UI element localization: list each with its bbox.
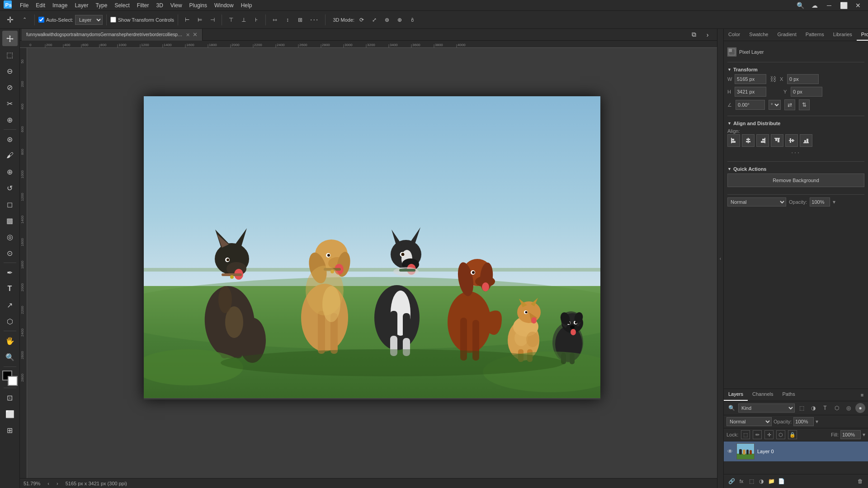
flip-v-btn[interactable]: ⇅ [799,99,810,110]
angle-input[interactable] [736,100,765,110]
canvas-viewport[interactable] [27,48,717,478]
distribute-gap-btn[interactable]: ⊞ [295,14,306,25]
new-group-icon[interactable]: 📁 [766,476,776,486]
lock-all-icon[interactable]: 🔒 [788,430,797,439]
show-transform-checkbox[interactable]: Show Transform Controls [110,17,174,23]
filter-toggle-btn[interactable]: ● [855,403,865,413]
path-select-tool[interactable]: ↗ [2,297,18,313]
blur-tool[interactable]: ◎ [2,229,18,244]
height-input[interactable] [735,87,766,97]
add-mask-icon[interactable]: ⬚ [746,476,756,486]
shape-filter-icon[interactable]: ⬡ [832,403,842,413]
layer-effects-icon[interactable]: fx [736,476,746,486]
layers-tab[interactable]: Layers [724,389,748,401]
adjustment-filter-icon[interactable]: ◑ [808,403,818,413]
channels-tab[interactable]: Channels [748,389,778,401]
remove-background-btn[interactable]: Remove Background [727,174,864,187]
layer-visibility-icon[interactable]: 👁 [726,448,734,455]
menu-edit[interactable]: Edit [32,0,49,11]
lock-artboard-icon[interactable]: ⬡ [776,430,785,439]
menu-file[interactable]: File [16,0,32,11]
collapse-panel-icon[interactable]: › [702,29,713,41]
align-center-v-btn[interactable]: ⊥ [238,14,249,25]
artboard-tool[interactable]: ⊞ [2,422,18,438]
align-left-btn[interactable]: ⊢ [182,14,193,25]
marquee-tool[interactable]: ⬚ [2,47,18,62]
flip-h-btn[interactable]: ⇄ [784,99,795,110]
menu-window[interactable]: Window [211,0,237,11]
zoom-tool[interactable]: 🔍 [2,349,18,365]
tool-options-icon[interactable]: ⌃ [18,14,31,26]
align-center-h-btn[interactable]: ⊨ [194,14,205,25]
opacity-dropdown-icon[interactable]: ▾ [833,199,835,205]
align-header[interactable]: ▼ Align and Distribute [727,119,864,128]
tab-gradient[interactable]: Gradient [773,29,801,41]
width-input[interactable] [735,74,766,84]
arrange-icon[interactable]: ⧉ [688,29,700,41]
panel-collapse-btn[interactable]: ‹ [717,29,723,488]
document-tab[interactable]: funnywalkwithdogsportraitmanydomsGermans… [22,29,203,41]
align-top-edge-btn[interactable] [771,134,783,147]
pixel-filter-icon[interactable]: ⬚ [797,403,807,413]
cloud-icon[interactable]: ☁ [808,0,821,12]
lasso-tool[interactable]: ⊖ [2,63,18,79]
lock-position-icon[interactable]: ✛ [764,430,774,439]
3d-cam-icon[interactable]: ⊕ [394,14,405,25]
align-right-edge-btn[interactable] [756,134,769,147]
eraser-tool[interactable]: ◻ [2,197,18,212]
tab-patterns[interactable]: Patterns [801,29,829,41]
window-maximize-icon[interactable]: ⬜ [837,0,850,12]
x-input[interactable] [787,74,819,84]
crop-tool[interactable]: ✂ [2,96,18,111]
quick-select-tool[interactable]: ⊘ [2,80,18,95]
more-options-btn[interactable]: ··· [307,16,321,24]
blend-mode-select[interactable]: Normal Multiply Screen [727,197,786,206]
text-tool[interactable]: T [2,281,18,296]
tab-libraries[interactable]: Libraries [829,29,857,41]
menu-view[interactable]: View [167,0,186,11]
window-minimize-icon[interactable]: ─ [823,0,835,12]
fill-dropdown-icon[interactable]: ▾ [863,432,865,438]
smart-filter-icon[interactable]: ◎ [844,403,854,413]
gradient-tool[interactable]: ▩ [2,213,18,228]
menu-plugins[interactable]: Plugins [186,0,211,11]
align-center-h-btn[interactable] [742,134,755,147]
kind-filter-select[interactable]: Kind [738,404,795,413]
menu-select[interactable]: Select [111,0,133,11]
lock-pixel-icon[interactable]: ⬚ [741,430,750,439]
pen-tool[interactable]: ✒ [2,265,18,280]
align-left-edge-btn[interactable] [727,134,740,147]
menu-layer[interactable]: Layer [71,0,92,11]
distribute-h-btn[interactable]: ⇿ [269,14,280,25]
nav-prev[interactable]: ‹ [47,481,49,486]
auto-select-checkbox[interactable]: Auto-Select: [38,17,73,23]
healing-tool[interactable]: ⊛ [2,131,18,147]
quick-mask-tool[interactable]: ⊡ [2,390,18,405]
move-tool[interactable] [2,31,18,46]
quick-actions-header[interactable]: ▼ Quick Actions [727,164,864,174]
3d-rotate-icon[interactable]: ⟳ [356,14,367,25]
align-top-btn[interactable]: ⊤ [226,14,236,25]
layers-blend-select[interactable]: Normal [726,417,772,426]
menu-filter[interactable]: Filter [133,0,153,11]
layers-opacity-arrow[interactable]: ▾ [816,418,818,425]
menu-3d[interactable]: 3D [152,0,166,11]
move-tool-icon[interactable]: ✛ [4,14,16,26]
new-layer-icon[interactable]: 📄 [776,476,786,486]
tab-close-btn[interactable]: ✕ [193,29,198,41]
filter-kind-icon[interactable]: 🔍 [726,403,736,413]
link-layers-icon[interactable]: 🔗 [726,476,736,486]
3d-obj-icon[interactable]: ⊛ [382,14,392,25]
eyedropper-tool[interactable]: ⊕ [2,112,18,127]
tab-properties[interactable]: Properties [857,29,868,41]
menu-help[interactable]: Help [237,0,256,11]
link-proportions-icon[interactable]: ⛓ [770,75,776,83]
history-tool[interactable]: ↺ [2,180,18,196]
align-bottom-btn[interactable]: ⊦ [251,14,262,25]
transform-header[interactable]: ▼ Transform [727,65,864,74]
shape-tool[interactable]: ⬡ [2,314,18,329]
screen-mode-btn[interactable]: ⬜ [2,406,18,422]
clone-tool[interactable]: ⊕ [2,164,18,179]
nav-next[interactable]: › [57,481,58,486]
layers-opacity-input[interactable] [793,417,814,426]
